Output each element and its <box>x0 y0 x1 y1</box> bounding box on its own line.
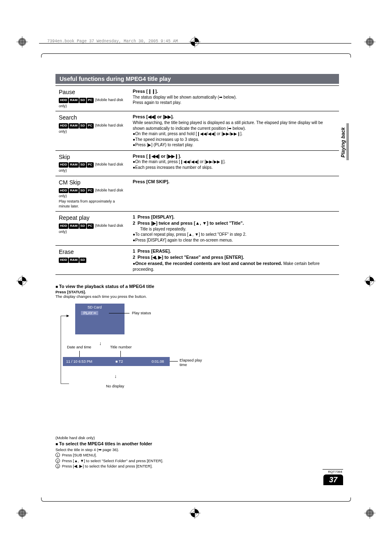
status-press: Press [STATUS]. <box>55 290 86 294</box>
registration-mark-icon <box>16 36 28 48</box>
function-line: While searching, the title being played … <box>133 120 336 131</box>
folder-line1: Select the title in step 4 (➡ page 36). <box>55 447 339 452</box>
page-frame-bottom <box>41 497 351 502</box>
media-tag: RAM <box>69 258 78 263</box>
media-tag: HDD <box>59 98 68 103</box>
alignment-mark-icon <box>189 36 201 48</box>
media-tag: RAM <box>69 123 78 129</box>
function-title: Erase <box>59 248 126 256</box>
down-arrow-icon: ↓ <box>99 341 101 346</box>
folder-pre-text: (Mobile hard disk only) <box>55 435 339 440</box>
function-instruction-bold: Press [◀◀] or [▶▶]. <box>133 114 174 119</box>
media-tag: PC <box>87 188 94 193</box>
function-cell-left: Repeat play HDDRAMSDPC (Mobile hard disk… <box>55 212 129 246</box>
function-cell-right: 1 Press [DISPLAY].2 Press [▶] twice and … <box>129 212 339 246</box>
registration-mark-icon <box>364 507 376 519</box>
function-line: The status display will be shown automat… <box>133 94 336 100</box>
function-cell-left: Pause HDDRAMSDPC (Mobile hard disk only) <box>55 86 129 111</box>
down-arrow-icon: ↓ <box>114 373 117 379</box>
osd-title-value: ■ T2 <box>112 357 126 366</box>
title-number-label: Title number <box>110 345 131 349</box>
elapsed-play-time-label: Elapsed play time <box>180 358 208 367</box>
rqt-rule <box>323 469 343 470</box>
media-tag: PC <box>87 123 94 129</box>
function-cell-right: Press [◀◀] or [▶▶].While searching, the … <box>129 111 339 150</box>
osd-box-top: SD Card PLAY ━ <box>75 304 125 334</box>
media-tag: SD <box>79 162 86 168</box>
function-cell-left: CM Skip HDDRAMSDPC (Mobile hard disk onl… <box>55 176 129 211</box>
registration-mark-icon <box>364 36 376 48</box>
media-tag: PC <box>87 98 94 103</box>
function-cell-right: Press [CM SKIP]. <box>129 176 339 211</box>
function-cell-right: Press [❙◀◀] or [▶▶❙].●On the main unit, … <box>129 150 339 176</box>
osd-sd-card-label: SD Card <box>88 305 102 309</box>
media-tag: HDD <box>59 223 68 229</box>
function-instruction-bold: Press [CM SKIP]. <box>133 179 169 184</box>
page-number: 37 <box>323 474 343 485</box>
media-tag: PC <box>87 162 94 168</box>
header-rule <box>39 43 351 44</box>
function-instruction-bold: Press [❙◀◀] or [▶▶❙]. <box>133 154 181 159</box>
media-tag: RAM <box>69 98 78 103</box>
folder-step: 2 Press [▲, ▼] to select "Select Folder"… <box>55 458 339 463</box>
section-header: Useful functions during MPEG4 title play <box>55 74 339 84</box>
function-title: CM Skip <box>59 179 126 187</box>
alignment-mark-icon <box>189 507 201 519</box>
status-heading: To view the playback status of a MPEG4 t… <box>55 284 339 289</box>
function-title: Repeat play <box>59 214 126 222</box>
function-cell-right: Press [❙❙].The status display will be sh… <box>129 86 339 111</box>
function-instruction-bold: Press [❙❙]. <box>133 89 158 94</box>
play-status-label: Play status <box>132 311 151 315</box>
no-display-label: No display <box>106 384 124 388</box>
media-tag: HDD <box>59 162 68 168</box>
function-line: ●On the main unit, press [❙◀◀/◀◀] or [▶▶… <box>133 159 336 165</box>
media-tag: HDD <box>59 188 68 193</box>
media-tag: SD <box>79 258 86 263</box>
folder-subsection: (Mobile hard disk only) To select the MP… <box>55 435 339 469</box>
media-tag: SD <box>79 188 86 193</box>
function-line: ●Once erased, the recorded contents are … <box>133 260 336 272</box>
osd-box-bottom: 11 / 10 6:53 PM ■ T2 0:01.08 <box>63 357 170 366</box>
status-diagram: SD Card PLAY ━ Play status ↓ Date and ti… <box>63 304 219 398</box>
function-title: Skip <box>59 153 126 161</box>
function-cell-left: Search HDDRAMSDPC (Mobile hard disk only… <box>55 111 129 150</box>
osd-elapsed-value: 0:01.08 <box>148 357 167 366</box>
callout-line <box>170 361 178 362</box>
media-tag: HDD <box>59 123 68 129</box>
side-tab-marker <box>346 123 349 160</box>
function-title: Pause <box>59 88 126 96</box>
folder-step: 3 Press [◀, ▶] to select the folder and … <box>55 463 339 469</box>
alignment-mark-icon <box>16 275 28 287</box>
function-line: ●The speed increases up to 3 steps. <box>133 137 336 143</box>
function-line: ●Each press increases the number of skip… <box>133 165 336 170</box>
callout-line <box>120 351 121 357</box>
function-cell-left: Skip HDDRAMSDPC (Mobile hard disk only) <box>55 150 129 176</box>
status-desc: The display changes each time you press … <box>55 294 339 299</box>
media-tag: SD <box>79 98 86 103</box>
status-subsection: To view the playback status of a MPEG4 t… <box>55 284 339 398</box>
media-tag: SD <box>79 123 86 129</box>
functions-table: Pause HDDRAMSDPC (Mobile hard disk only)… <box>55 85 339 275</box>
media-tag: SD <box>79 223 86 229</box>
function-line: ●On the main unit, press and hold [❙◀◀/◀… <box>133 131 336 137</box>
media-tag: PC <box>87 223 94 229</box>
media-tag: RAM <box>69 223 78 229</box>
function-line: ●Press [▶] (PLAY) to restart play. <box>133 142 336 148</box>
callout-line <box>79 351 80 357</box>
function-sub2: Play restarts from approximately a minut… <box>59 199 126 209</box>
function-line: ●Press [DISPLAY] again to clear the on-s… <box>133 237 336 243</box>
function-title: Search <box>59 114 126 122</box>
registration-mark-icon <box>16 507 28 519</box>
media-tag: RAM <box>69 188 78 193</box>
page-frame-top <box>41 53 351 58</box>
rqt-code: RQT7394 <box>328 470 342 474</box>
function-line: Press again to restart play. <box>133 100 336 106</box>
folder-heading: To select the MPEG4 titles in another fo… <box>55 441 339 447</box>
loop-arrow-icon <box>53 314 73 388</box>
alignment-mark-icon <box>364 275 376 287</box>
function-cell-right: 1 Press [ERASE].2 Press [◀, ▶] to select… <box>129 246 339 275</box>
callout-line <box>109 313 129 313</box>
osd-play-label: PLAY ━ <box>81 311 98 315</box>
function-line: ●To cancel repeat play, press [▲, ▼] to … <box>133 232 336 237</box>
function-cell-left: Erase HDDRAMSD <box>55 246 129 275</box>
